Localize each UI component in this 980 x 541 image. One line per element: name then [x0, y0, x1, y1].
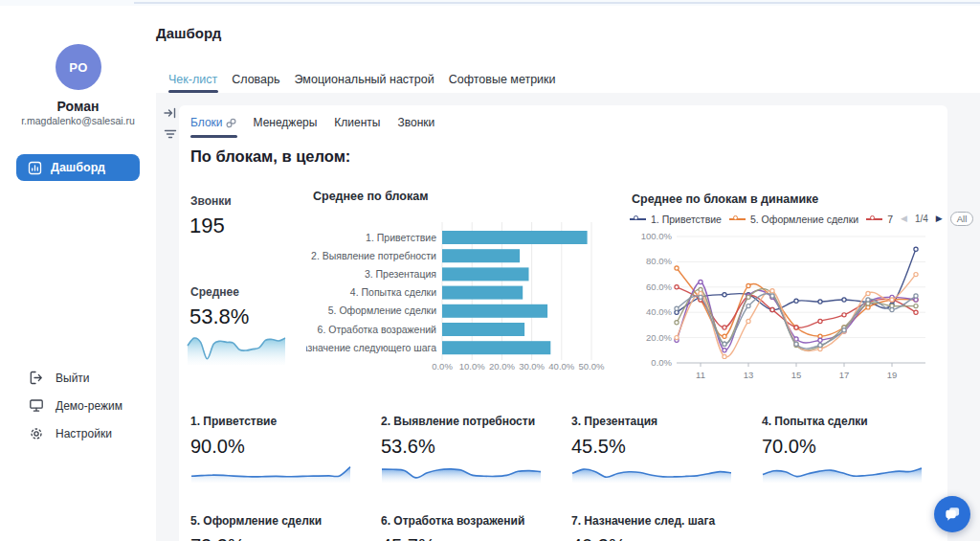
legend-item-7[interactable]: 7 [866, 214, 893, 225]
block-card-title: 6. Отработка возражений [381, 514, 542, 528]
logout-button[interactable]: Выйти [29, 371, 90, 385]
tab-blocks[interactable]: Блоки [190, 116, 236, 129]
inner-tabs: Блоки Менеджеры Клиенты Звонки [190, 116, 434, 129]
sidebar-item-label: Дашборд [51, 161, 105, 174]
legend-item-deal[interactable]: 5. Оформление сделки [729, 214, 858, 225]
content-panel: Блоки Менеджеры Клиенты Звонки По блокам… [156, 93, 980, 541]
svg-text:60.0%: 60.0% [646, 282, 672, 292]
tab-clients[interactable]: Клиенты [334, 116, 380, 129]
svg-text:20.0%: 20.0% [646, 332, 672, 343]
user-name: Роман [0, 99, 156, 114]
block-card-sparkline [190, 461, 351, 483]
chat-launcher-button[interactable] [934, 496, 970, 532]
link-icon [226, 118, 236, 128]
legend-label: 5. Оформление сделки [750, 214, 858, 225]
svg-text:17: 17 [839, 370, 850, 380]
legend-label: 7 [887, 214, 893, 225]
block-card-value: 70.0% [762, 436, 923, 458]
block-card-3: 3. Презентация 45.5% [571, 415, 732, 483]
block-card-title: 2. Выявление потребности [381, 415, 542, 428]
block-card-title: 1. Приветствие [190, 415, 351, 428]
logout-icon [29, 371, 44, 385]
avatar-initials: РО [69, 60, 88, 75]
legend-marker-icon [866, 215, 882, 223]
block-card-sparkline [571, 461, 732, 483]
block-card-value: 73.3% [190, 535, 351, 541]
legend-next-arrow-icon[interactable]: ▶ [936, 214, 943, 223]
svg-text:10.0%: 10.0% [459, 361, 485, 372]
block-card-title: 3. Презентация [571, 415, 732, 428]
svg-text:3. Презентация: 3. Презентация [365, 268, 436, 280]
block-card-7: 7. Назначение след. шага 40.3% [571, 514, 732, 541]
filter-icon[interactable] [164, 128, 177, 140]
block-card-title: 5. Оформление сделки [190, 514, 351, 528]
block-card-title: 4. Попытка сделки [762, 415, 923, 428]
svg-text:6. Отработка возражений: 6. Отработка возражений [318, 324, 437, 335]
svg-text:100.0%: 100.0% [641, 231, 673, 241]
block-card-sparkline [762, 461, 923, 483]
calls-stat-value: 195 [189, 214, 225, 238]
block-card-value: 90.0% [190, 436, 351, 458]
avatar[interactable]: РО [56, 44, 101, 90]
svg-text:0.0%: 0.0% [651, 357, 672, 368]
tab-emotional[interactable]: Эмоциональный настрой [295, 73, 434, 90]
svg-text:30.0%: 30.0% [519, 361, 545, 372]
legend-item-greeting[interactable]: 1. Приветствие [630, 214, 722, 225]
page-title: Дашборд [156, 25, 221, 41]
logout-label: Выйти [56, 372, 90, 385]
main-tabs: Чек-лист Словарь Эмоциональный настрой С… [168, 73, 556, 90]
legend-marker-icon [630, 215, 646, 223]
section-title: По блокам, в целом: [190, 147, 350, 166]
gear-icon [29, 426, 44, 441]
legend-label: 1. Приветствие [651, 214, 722, 225]
legend-marker-icon [729, 215, 746, 223]
legend-page-indicator: 1/4 [915, 214, 928, 224]
block-card-value: 40.3% [571, 535, 732, 541]
sidebar: РО Роман r.magdalenko@salesai.ru Дашборд… [0, 6, 156, 541]
block-card-5: 5. Оформление сделки 73.3% [190, 514, 351, 541]
svg-text:20.0%: 20.0% [489, 361, 515, 372]
block-card-title: 7. Назначение след. шага [571, 514, 732, 528]
tab-checklist[interactable]: Чек-лист [168, 73, 217, 90]
settings-label: Настройки [56, 427, 112, 440]
svg-text:2. Выявление потребности: 2. Выявление потребности [311, 250, 436, 261]
block-card-2: 2. Выявление потребности 53.6% [381, 415, 542, 483]
block-card-1: 1. Приветствие 90.0% [190, 415, 351, 483]
block-card-value: 45.5% [571, 436, 732, 458]
chat-bubble-icon [943, 505, 962, 524]
block-card-value: 45.7% [381, 535, 542, 541]
block-card-sparkline [381, 461, 542, 483]
bar-chart-title: Среднее по блокам [313, 190, 428, 203]
demo-mode-button[interactable]: Демо-режим [29, 398, 122, 413]
tab-blocks-label: Блоки [190, 116, 223, 129]
dashboard-card: Блоки Менеджеры Клиенты Звонки По блокам… [179, 105, 947, 541]
settings-button[interactable]: Настройки [29, 426, 112, 441]
user-email: r.magdalenko@salesai.ru [0, 115, 156, 126]
tab-managers[interactable]: Менеджеры [254, 116, 318, 129]
demo-mode-label: Демо-режим [56, 399, 122, 413]
monitor-icon [29, 398, 44, 413]
line-chart: 0.0%20.0%40.0%60.0%80.0%100.0%1113151719 [627, 228, 943, 390]
sidebar-item-dashboard[interactable]: Дашборд [16, 154, 140, 181]
app-root: РО Роман r.magdalenko@salesai.ru Дашборд… [0, 0, 980, 541]
tab-dictionary[interactable]: Словарь [232, 73, 279, 90]
svg-text:7. Назначение следующего шага: 7. Назначение следующего шага [306, 342, 436, 353]
legend-prev-arrow-icon[interactable]: ◀ [901, 214, 907, 223]
line-chart-legend: 1. Приветствие 5. Оформление сделки 7 ◀ … [630, 212, 950, 226]
svg-text:4. Попытка сделки: 4. Попытка сделки [350, 286, 436, 298]
block-card-value: 53.6% [381, 436, 542, 458]
block-card-4: 4. Попытка сделки 70.0% [762, 415, 923, 483]
tab-soft-metrics[interactable]: Софтовые метрики [449, 73, 556, 90]
legend-all-button[interactable]: All [950, 212, 974, 226]
tab-calls[interactable]: Звонки [397, 116, 434, 129]
collapse-sidebar-icon[interactable] [164, 106, 177, 120]
average-stat-label: Среднее [190, 285, 239, 299]
svg-text:11: 11 [696, 370, 705, 380]
svg-text:1. Приветствие: 1. Приветствие [366, 232, 436, 243]
svg-text:5. Оформление сделки: 5. Оформление сделки [328, 304, 436, 316]
line-chart-title: Среднее по блокам в динамике [632, 192, 818, 206]
calls-stat-label: Звонки [190, 194, 232, 208]
svg-text:13: 13 [744, 370, 754, 380]
block-card-6: 6. Отработка возражений 45.7% [381, 514, 542, 541]
active-inner-tab-underline [190, 135, 237, 138]
